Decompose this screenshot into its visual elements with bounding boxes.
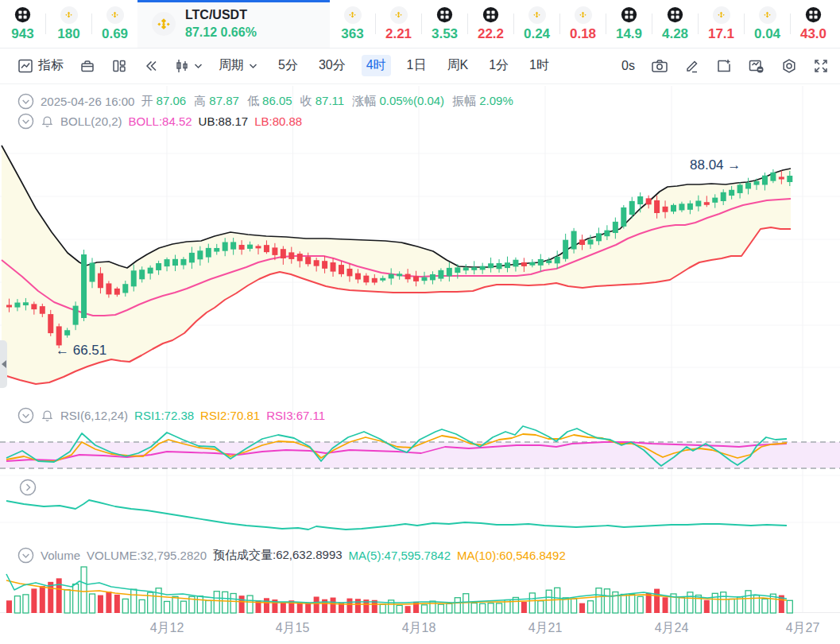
period-dropdown[interactable]: 周期 xyxy=(219,57,257,74)
marked-low-value: 66.51 xyxy=(73,343,107,358)
ticker-value: 14.9 xyxy=(616,26,642,42)
ticker-tab-bar: 943 180 0.69 LTC/USDT 87.12 0.66% 363 2.… xyxy=(0,0,840,48)
binance-icon xyxy=(762,10,772,20)
indicators-button[interactable]: 指标 xyxy=(17,57,64,74)
timeframe-周K[interactable]: 周K xyxy=(443,55,474,76)
binance-icon xyxy=(347,10,358,20)
ticker-tab[interactable]: 4.28 xyxy=(652,0,698,48)
ohlc-field: 振幅 2.09% xyxy=(452,94,513,109)
draw-pencil-icon[interactable] xyxy=(684,58,700,74)
expand-pane-chevron-icon[interactable] xyxy=(19,479,37,499)
boll-mid-value: BOLL:84.52 xyxy=(129,114,192,128)
boll-name: BOLL(20,2) xyxy=(60,114,122,128)
ticker-tab[interactable]: 363 xyxy=(330,0,375,48)
ticker-value: 43.0 xyxy=(800,26,826,42)
date-tick-label: 4月12 xyxy=(150,620,184,637)
volume-current: VOLUME:32,795.2820 xyxy=(87,549,207,562)
toolbar-right-group: 0s xyxy=(621,58,829,74)
ticker-value: 0.18 xyxy=(570,26,596,42)
ticker-value: 180 xyxy=(57,26,79,42)
ticker-value: 943 xyxy=(11,26,33,42)
timeframe-1时[interactable]: 1时 xyxy=(525,55,554,76)
active-symbol-tab[interactable]: LTC/USDT 87.12 0.66% xyxy=(137,0,330,48)
briefcase-icon[interactable] xyxy=(79,58,95,74)
ticker-tab[interactable]: 22.2 xyxy=(468,0,513,48)
wheel-icon xyxy=(482,6,499,23)
chart-region: 2025-04-26 16:00 开 87.06高 87.87低 86.05收 … xyxy=(0,84,840,644)
ticker-tab[interactable]: 0.04 xyxy=(745,0,790,48)
ticker-tab[interactable]: 0.24 xyxy=(514,0,559,48)
alert-bell-icon[interactable] xyxy=(41,114,54,129)
wheel-icon xyxy=(621,6,637,23)
ticker-tab[interactable]: 2.21 xyxy=(376,0,421,48)
collapse-chevron-icon[interactable] xyxy=(17,407,34,424)
ohlc-fields: 开 87.06高 87.87低 86.05收 87.11涨幅 0.05%(0.0… xyxy=(141,94,513,109)
rsi2-value: RSI2:70.81 xyxy=(200,409,260,422)
fullscreen-icon[interactable] xyxy=(813,58,829,74)
binance-icon xyxy=(532,10,542,20)
ticker-value: 3.53 xyxy=(432,26,458,42)
layout-columns-icon[interactable] xyxy=(111,58,127,74)
ticker-tab[interactable]: 14.9 xyxy=(606,0,652,48)
date-tick-label: 4月21 xyxy=(528,620,563,637)
sidebar-collapse-handle[interactable] xyxy=(0,340,7,388)
ticker-tab[interactable]: 0.18 xyxy=(560,0,606,48)
date-axis: 4月124月154月184月214月244月27 xyxy=(0,613,840,644)
ticker-tab[interactable]: 180 xyxy=(46,0,91,48)
ohlc-field: 涨幅 0.05%(0.04) xyxy=(352,94,444,109)
ticker-value: 0.04 xyxy=(754,26,780,42)
rewind-icon[interactable] xyxy=(143,58,159,74)
ticker-tab[interactable]: 17.1 xyxy=(699,0,744,48)
candle-countdown: 0s xyxy=(621,59,635,73)
timeframe-group: 5分30分4时1日周K1分1时 xyxy=(273,55,554,76)
boll-lower-value: LB:80.88 xyxy=(254,114,302,128)
add-panel-icon[interactable] xyxy=(716,58,732,74)
candlestick-icon xyxy=(175,58,189,74)
ticker-tab[interactable]: 943 xyxy=(0,0,45,48)
timeframe-4时[interactable]: 4时 xyxy=(362,55,391,76)
ohlc-legend-row: 2025-04-26 16:00 开 87.06高 87.87低 86.05收 … xyxy=(17,93,513,110)
ticker-value: 0.69 xyxy=(102,26,128,42)
volume-legend-row: Volume VOLUME:32,795.2820 预估成交量:62,632.8… xyxy=(17,547,566,564)
binance-icon xyxy=(154,14,173,33)
ohlc-field: 高 87.87 xyxy=(194,94,239,109)
marked-high-annotation: 88.04 → xyxy=(690,157,741,173)
binance-icon xyxy=(64,10,74,20)
triangle-left-icon xyxy=(2,360,6,368)
volume-estimated: 预估成交量:62,632.8993 xyxy=(213,548,343,563)
marked-low-annotation: ← 66.51 xyxy=(56,343,106,359)
timeframe-1日[interactable]: 1日 xyxy=(402,55,432,76)
collapse-chevron-icon[interactable] xyxy=(17,547,34,564)
collapse-chevron-icon[interactable] xyxy=(17,113,34,130)
chart-line-icon xyxy=(17,58,33,74)
ticker-tab[interactable]: 3.53 xyxy=(422,0,467,48)
timeframe-5分[interactable]: 5分 xyxy=(273,55,303,76)
period-label: 周期 xyxy=(219,57,244,74)
boll-upper-value: UB:88.17 xyxy=(199,114,249,128)
compare-remove-icon[interactable] xyxy=(748,58,765,74)
wheel-icon xyxy=(667,6,683,23)
collapse-chevron-icon[interactable] xyxy=(17,93,34,110)
ticker-value: 2.21 xyxy=(385,26,412,42)
date-tick-label: 4月24 xyxy=(655,620,689,637)
arrow-left-icon: ← xyxy=(56,343,69,358)
wheel-icon xyxy=(805,6,822,23)
trading-app: { "tickers": [ {"icon":"wheel","value":"… xyxy=(0,0,840,644)
volume-name: Volume xyxy=(41,549,80,562)
active-symbol-name: LTC/USDT xyxy=(185,6,257,24)
date-tick-label: 4月27 xyxy=(786,620,820,637)
ticker-tab[interactable]: 0.69 xyxy=(92,0,137,48)
ticker-tab[interactable]: 43.0 xyxy=(791,0,836,48)
active-symbol-price: 87.12 0.66% xyxy=(185,24,257,41)
alert-bell-icon[interactable] xyxy=(41,409,54,423)
ohlc-field: 低 86.05 xyxy=(247,94,292,109)
volume-ma5: MA(5):47,595.7842 xyxy=(349,549,451,562)
binance-icon xyxy=(393,10,404,20)
timeframe-30分[interactable]: 30分 xyxy=(314,55,350,76)
settings-nut-icon[interactable] xyxy=(781,58,797,74)
camera-icon[interactable] xyxy=(651,58,668,74)
chart-type-button[interactable] xyxy=(175,58,203,74)
rsi1-value: RSI1:72.38 xyxy=(134,409,194,422)
timeframe-1分[interactable]: 1分 xyxy=(484,55,513,76)
marked-high-value: 88.04 xyxy=(690,157,724,173)
